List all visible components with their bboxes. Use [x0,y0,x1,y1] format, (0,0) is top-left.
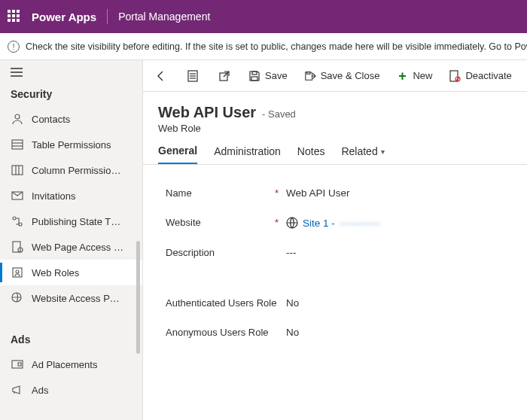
form-tabs: General Administration Notes Related▾ [143,134,527,165]
sidebar-item-label: Ads [32,385,48,396]
field-value: Web API User [286,187,350,199]
svg-point-16 [16,270,19,273]
plus-icon: + [396,70,408,82]
info-icon: ! [8,41,20,53]
field-label: Description [166,247,215,258]
command-bar: Save Save & Close + New Deactivate [143,60,527,92]
mail-icon [11,189,24,202]
back-button[interactable] [146,60,176,92]
svg-rect-27 [306,72,309,74]
svg-rect-13 [13,242,20,252]
save-icon [248,70,260,82]
brand-name: Power Apps [32,11,96,23]
required-indicator: * [275,217,286,228]
chevron-down-icon: ▾ [381,148,385,156]
sidebar-item-ad-placements[interactable]: Ad Placements [0,352,142,377]
field-anonymous-users-role[interactable]: Anonymous Users Role No [158,318,512,347]
save-close-icon [304,70,316,82]
placement-icon [11,358,24,371]
sidebar-section-security: Security [0,85,142,106]
record-status: - Saved [262,108,296,120]
sidebar-item-invitations[interactable]: Invitations [0,183,142,208]
table-icon [11,138,24,151]
svg-rect-15 [13,268,22,277]
sidebar-item-label: Column Permissio… [32,165,120,176]
sidebar-item-ads[interactable]: Ads [0,377,142,403]
deactivate-button[interactable]: Deactivate [441,60,519,92]
save-close-label: Save & Close [321,70,380,81]
field-value: No [286,327,299,338]
field-website[interactable]: Website * Site 1 - ———— [158,208,512,238]
role-icon [11,266,24,279]
sidebar-item-column-permissions[interactable]: Column Permissio… [0,157,142,183]
app-launcher-icon[interactable] [8,10,21,23]
globe-lock-icon [11,291,24,305]
svg-rect-4 [12,140,23,149]
sidebar-toggle[interactable] [0,60,142,85]
sidebar-item-contacts[interactable]: Contacts [0,106,142,132]
save-close-button[interactable]: Save & Close [297,60,388,92]
field-label: Authenticated Users Role [166,297,276,309]
more-commands-button[interactable] [521,60,527,92]
sidebar-item-web-roles[interactable]: Web Roles [0,260,142,285]
field-value: --- [286,247,297,258]
notification-bar: ! Check the site visibility before editi… [0,33,527,60]
megaphone-icon [11,383,24,397]
record-title: Web API User [158,104,256,121]
field-authenticated-users-role[interactable]: Authenticated Users Role No [158,288,512,318]
divider [107,9,108,24]
field-label: Name [166,187,192,199]
sidebar-item-publishing-state[interactable]: Publishing State T… [0,208,142,234]
sidebar-item-label: Web Roles [32,267,79,278]
field-label: Anonymous Users Role [166,327,269,338]
sidebar: Security Contacts Table Permissions Colu… [0,60,143,420]
show-chart-button[interactable] [178,60,208,92]
page-lock-icon [11,240,24,254]
page-icon [187,70,199,82]
svg-rect-26 [251,77,257,81]
lookup-value[interactable]: Site 1 - [303,218,335,229]
svg-point-11 [13,217,16,220]
tab-general[interactable]: General [158,145,197,164]
flow-icon [11,215,24,228]
open-new-window-button[interactable] [209,60,239,92]
tab-administration[interactable]: Administration [214,145,281,164]
field-label: Website [166,217,201,228]
sidebar-item-label: Ad Placements [32,359,97,370]
sidebar-item-label: Contacts [32,114,70,125]
tab-related[interactable]: Related▾ [341,145,384,164]
save-label: Save [265,70,288,81]
main-area: Save Save & Close + New Deactivate Web A… [143,60,527,420]
field-value: No [286,297,299,309]
field-name[interactable]: Name * Web API User [158,178,512,208]
columns-icon [11,163,24,177]
required-indicator: * [275,187,286,199]
deactivate-icon [449,70,461,82]
sidebar-item-label: Publishing State T… [32,216,120,227]
globe-icon [286,217,298,229]
sidebar-item-web-page-access[interactable]: Web Page Access … [0,234,142,260]
sidebar-section-ads: Ads [0,330,142,352]
field-description[interactable]: Description --- [158,238,512,267]
record-entity: Web Role [158,123,512,134]
svg-point-3 [15,114,20,119]
sidebar-item-label: Invitations [32,190,76,202]
sidebar-item-website-access[interactable]: Website Access P… [0,285,142,311]
lookup-blurred: ———— [340,218,380,229]
svg-rect-19 [18,363,21,366]
deactivate-label: Deactivate [465,70,511,81]
sidebar-scrollbar[interactable] [136,241,140,354]
person-icon [11,112,24,126]
app-header: Power Apps Portal Management [0,0,527,33]
sidebar-item-table-permissions[interactable]: Table Permissions [0,132,142,157]
sidebar-item-label: Website Access P… [32,293,120,304]
save-button[interactable]: Save [241,60,295,92]
svg-rect-25 [252,72,257,75]
svg-rect-7 [12,166,23,175]
tab-notes[interactable]: Notes [297,145,325,164]
notification-text: Check the site visibility before editing… [26,41,527,52]
new-button[interactable]: + New [388,60,440,92]
form-body: Name * Web API User Website * Site 1 - —… [143,165,527,361]
sidebar-item-label: Table Permissions [32,139,111,151]
sidebar-item-label: Web Page Access … [32,242,123,253]
